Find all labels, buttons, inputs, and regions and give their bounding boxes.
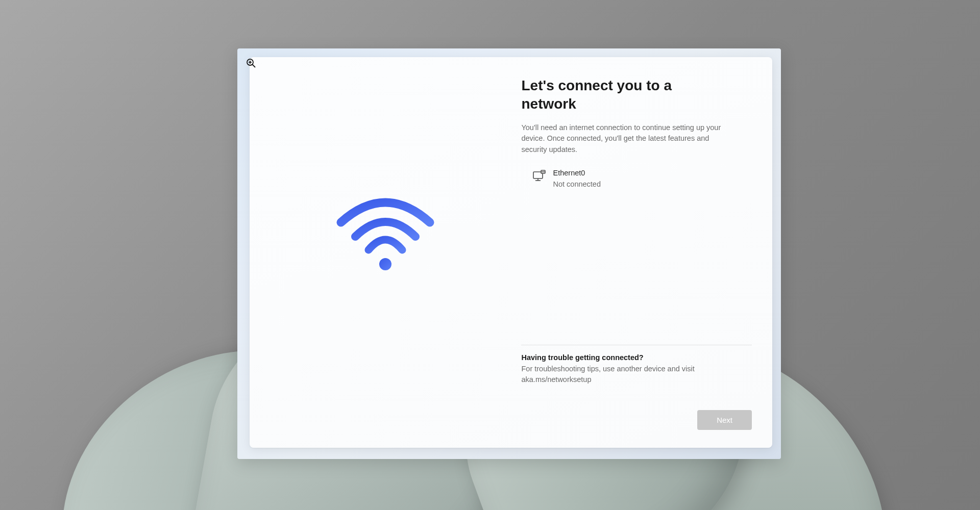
page-subtitle: You'll need an internet connection to co… (521, 122, 736, 156)
dialog-card: Let's connect you to a network You'll ne… (250, 57, 772, 448)
network-item-ethernet[interactable]: Ethernet0 Not connected (521, 167, 752, 191)
page-title: Let's connect you to a network (521, 76, 715, 113)
svg-point-4 (379, 258, 391, 270)
ethernet-icon (532, 169, 546, 182)
magnifier-zoom-icon[interactable] (246, 58, 256, 68)
next-button[interactable]: Next (697, 410, 752, 430)
svg-line-1 (253, 65, 256, 68)
button-row: Next (521, 410, 752, 430)
oobe-panel: Let's connect you to a network You'll ne… (237, 48, 781, 459)
content-pane: Let's connect you to a network You'll ne… (521, 57, 772, 448)
divider (521, 345, 752, 345)
help-text: For troubleshooting tips, use another de… (521, 364, 725, 386)
help-title: Having trouble getting connected? (521, 353, 752, 362)
network-status: Not connected (553, 179, 601, 189)
illustration-pane (250, 57, 521, 448)
network-info: Ethernet0 Not connected (553, 168, 601, 190)
network-name: Ethernet0 (553, 168, 601, 178)
wifi-icon (336, 198, 435, 272)
help-section: Having trouble getting connected? For tr… (521, 353, 752, 386)
